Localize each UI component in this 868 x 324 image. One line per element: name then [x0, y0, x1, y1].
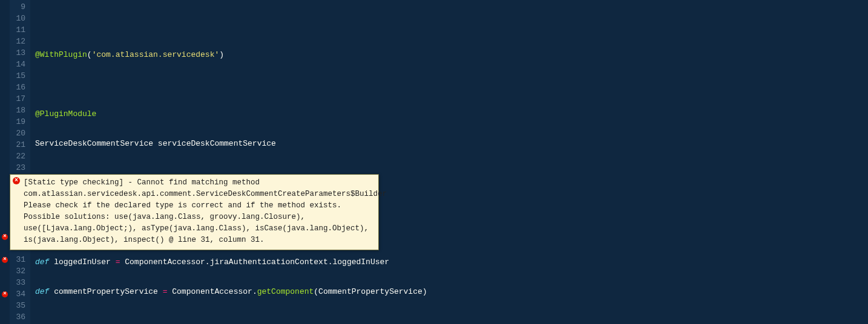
- code-area[interactable]: @WithPlugin('com.atlassian.servicedesk')…: [30, 0, 868, 324]
- tooltip-line: com.atlassian.servicedesk.api.comment.Se…: [24, 189, 373, 200]
- code-line[interactable]: [35, 79, 868, 90]
- code-line[interactable]: @PluginModule: [35, 108, 868, 120]
- tooltip-line: use([Ljava.lang.Object;), asType(java.la…: [24, 223, 373, 235]
- code-line[interactable]: [35, 316, 868, 324]
- error-marker-icon[interactable]: [2, 257, 8, 263]
- code-line[interactable]: ServiceDeskCommentService serviceDeskCom…: [35, 138, 868, 149]
- error-icon: [13, 177, 20, 184]
- tooltip-line: is(java.lang.Object), inspect() @ line 3…: [24, 235, 373, 246]
- tooltip-line: Please check if the declared type is cor…: [24, 200, 373, 212]
- tooltip-line: Possible solutions: use(java.lang.Class,…: [24, 212, 373, 223]
- code-line[interactable]: def commentPropertyService = ComponentAc…: [35, 286, 868, 297]
- code-line[interactable]: [35, 19, 868, 31]
- error-marker-icon[interactable]: [2, 234, 8, 240]
- code-line[interactable]: def loggedInUser = ComponentAccessor.jir…: [35, 256, 868, 268]
- error-marker-icon[interactable]: [2, 291, 8, 297]
- tooltip-line: [Static type checking] - Cannot find mat…: [24, 177, 373, 189]
- error-tooltip: [Static type checking] - Cannot find mat…: [10, 174, 379, 250]
- gutter-line-numbers: 9101112 13141516 17181920 21222324 25262…: [10, 0, 30, 324]
- code-editor[interactable]: 9101112 13141516 17181920 21222324 25262…: [0, 0, 868, 324]
- gutter-error-markers: [0, 0, 10, 324]
- code-line[interactable]: @WithPlugin('com.atlassian.servicedesk'): [35, 49, 868, 60]
